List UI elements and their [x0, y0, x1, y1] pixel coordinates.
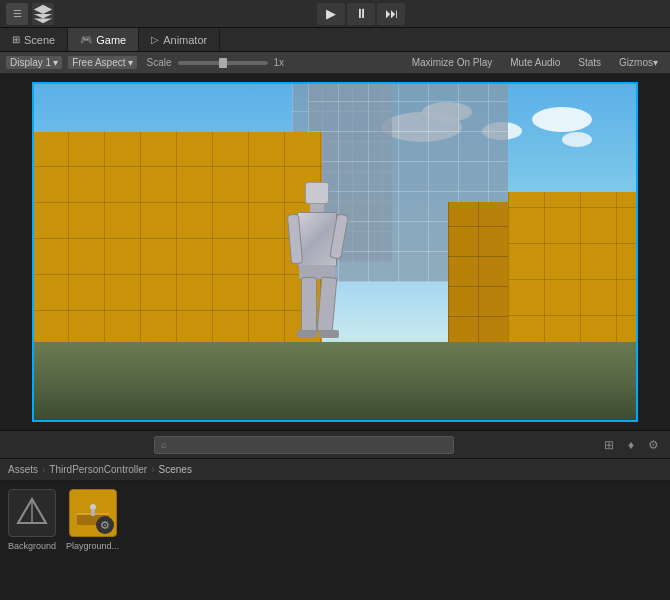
step-icon: ⏭: [385, 6, 398, 21]
robot-character: [287, 182, 347, 352]
breadcrumb-sep-1: ›: [42, 464, 45, 475]
unity-logo-button[interactable]: [32, 3, 54, 25]
scale-slider[interactable]: [178, 61, 268, 65]
scale-value: 1x: [274, 57, 285, 68]
mute-audio-button[interactable]: Mute Audio: [504, 54, 566, 72]
breadcrumb-assets[interactable]: Assets: [8, 464, 38, 475]
play-icon: ▶: [326, 6, 336, 21]
assets-area: Background ⚙ Playground...: [0, 481, 670, 559]
unity-icon: [32, 0, 54, 30]
tab-bar: ⊞ Scene 🎮 Game ▷ Animator: [0, 28, 670, 52]
search-icon: ⌕: [161, 439, 167, 450]
stats-button[interactable]: Stats: [572, 54, 607, 72]
maximize-label: Maximize On Play: [412, 57, 493, 68]
favorite-icon[interactable]: ♦: [622, 436, 640, 454]
svg-line-3: [18, 499, 32, 523]
tab-scene[interactable]: ⊞ Scene: [0, 28, 68, 51]
tab-scene-label: Scene: [24, 34, 55, 46]
svg-point-7: [90, 504, 96, 510]
step-button[interactable]: ⏭: [377, 3, 405, 25]
tab-animator-label: Animator: [163, 34, 207, 46]
ground-plane: [32, 342, 638, 422]
display-chevron-icon: ▾: [53, 57, 58, 68]
robot-leg-left: [301, 277, 317, 332]
bottom-right-icons: ⊞ ♦ ⚙: [600, 436, 662, 454]
scale-label: Scale: [147, 57, 172, 68]
gizmos-label: Gizmos: [619, 57, 653, 68]
robot-torso: [297, 212, 337, 267]
robot-foot-right: [319, 330, 339, 338]
hierarchy-icon[interactable]: ⊞: [600, 436, 618, 454]
game-tab-icon: 🎮: [80, 34, 92, 45]
maximize-on-play-button[interactable]: Maximize On Play: [406, 54, 499, 72]
robot-foot-left: [297, 330, 317, 338]
asset-playground-label: Playground...: [66, 541, 119, 551]
cloud-4: [532, 107, 592, 132]
asset-playground-icon: ⚙: [69, 489, 117, 537]
options-bar: Display 1 ▾ Free Aspect ▾ Scale 1x Maxim…: [0, 52, 670, 74]
gizmos-button[interactable]: Gizmos ▾: [613, 54, 664, 72]
asset-background-label: Background: [8, 541, 56, 551]
mute-label: Mute Audio: [510, 57, 560, 68]
gold-wall-right: [508, 192, 638, 352]
scale-thumb: [219, 58, 227, 68]
tab-animator[interactable]: ▷ Animator: [139, 28, 220, 51]
aspect-chevron-icon: ▾: [128, 57, 133, 68]
aspect-label: Free Aspect: [72, 57, 125, 68]
scene-tab-icon: ⊞: [12, 34, 20, 45]
gold-wall-left: [32, 132, 322, 347]
display-label: Display 1: [10, 57, 51, 68]
gizmos-chevron-icon: ▾: [653, 57, 658, 68]
pause-button[interactable]: ⏸: [347, 3, 375, 25]
svg-line-4: [32, 499, 46, 523]
hamburger-icon: ☰: [13, 8, 22, 19]
hamburger-menu[interactable]: ☰: [6, 3, 28, 25]
playback-controls: ▶ ⏸ ⏭: [317, 3, 405, 25]
cloud-5: [562, 132, 592, 147]
tab-game-label: Game: [96, 34, 126, 46]
asset-background[interactable]: Background: [8, 489, 56, 551]
stats-label: Stats: [578, 57, 601, 68]
bottom-assets-toolbar: ⌕ ⊞ ♦ ⚙: [0, 431, 670, 459]
unity-logo-svg: [14, 495, 50, 531]
svg-rect-8: [91, 510, 95, 516]
animator-tab-icon: ▷: [151, 34, 159, 45]
play-button[interactable]: ▶: [317, 3, 345, 25]
breadcrumb-tpc[interactable]: ThirdPersonController: [49, 464, 147, 475]
tab-game[interactable]: 🎮 Game: [68, 28, 139, 51]
asset-playground[interactable]: ⚙ Playground...: [66, 489, 119, 551]
breadcrumb-bar: Assets › ThirdPersonController › Scenes: [0, 459, 670, 481]
robot-neck: [310, 204, 324, 212]
pause-icon: ⏸: [355, 6, 368, 21]
search-box[interactable]: ⌕: [154, 436, 454, 454]
robot-head: [305, 182, 329, 204]
playground-gear-icon: ⚙: [96, 516, 114, 534]
search-input[interactable]: [171, 439, 447, 450]
game-viewport: [32, 82, 638, 422]
bottom-panel: ⌕ ⊞ ♦ ⚙ Assets › ThirdPersonController ›…: [0, 430, 670, 600]
aspect-dropdown[interactable]: Free Aspect ▾: [68, 56, 136, 69]
breadcrumb-sep-2: ›: [151, 464, 154, 475]
top-toolbar: ☰ ▶ ⏸ ⏭: [0, 0, 670, 28]
asset-background-icon: [8, 489, 56, 537]
breadcrumb-scenes[interactable]: Scenes: [159, 464, 192, 475]
settings-icon[interactable]: ⚙: [644, 436, 662, 454]
display-dropdown[interactable]: Display 1 ▾: [6, 56, 62, 69]
robot-leg-right: [317, 276, 338, 332]
